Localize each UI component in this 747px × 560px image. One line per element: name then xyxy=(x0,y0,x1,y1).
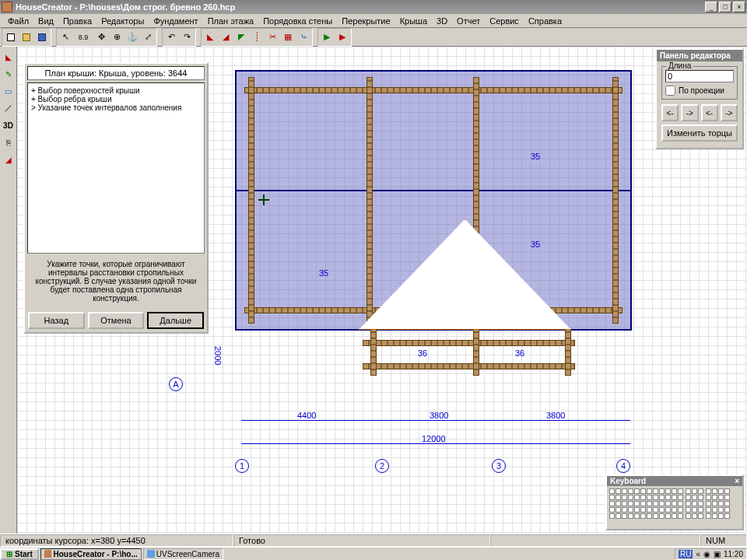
tool-line-icon[interactable]: ／ xyxy=(2,101,16,115)
dim-3800b: 3800 xyxy=(546,411,565,420)
menu-overlap[interactable]: Перекрытие xyxy=(337,16,395,26)
tool-bend-icon[interactable]: ⤷ xyxy=(296,30,311,45)
status-ready: Готово xyxy=(233,534,490,547)
menu-floorplan[interactable]: План этажа xyxy=(203,16,258,26)
anchor-icon[interactable]: ⚓ xyxy=(124,30,140,45)
arrow-right-1[interactable]: -> xyxy=(681,104,698,121)
lang-indicator[interactable]: RU xyxy=(679,550,693,558)
drawing-canvas[interactable]: 35 35 35 36 36 2000 А 4400 3800 3800 120… xyxy=(17,47,747,534)
new-file-button[interactable] xyxy=(3,30,19,45)
measure-icon[interactable]: ⤢ xyxy=(140,30,156,45)
menu-service[interactable]: Сервис xyxy=(485,16,524,26)
left-toolbar: ◣ ✎ ▭ ／ 3D ⎘ ◢ xyxy=(0,47,17,534)
tool-green-icon[interactable]: ◤ xyxy=(233,30,249,45)
close-button[interactable]: × xyxy=(733,2,745,12)
save-file-button[interactable] xyxy=(34,30,50,45)
menu-foundation[interactable]: Фундамент xyxy=(149,16,202,26)
menu-report[interactable]: Отчет xyxy=(452,16,485,26)
maximize-button[interactable]: □ xyxy=(719,2,731,12)
tool-red1-icon[interactable]: ◣ xyxy=(202,30,218,45)
task-hint: Укажите точки, которые ограничивают инте… xyxy=(25,254,207,309)
axis-2: 2 xyxy=(375,459,389,473)
window-title: HouseCreator - P:\houses\Дом строг. брев… xyxy=(16,2,703,12)
status-coords: координаты курсора: x=380 y=4450 xyxy=(0,534,233,547)
tool-cut-icon[interactable]: ✂ xyxy=(265,30,280,45)
uvscreen-icon xyxy=(147,550,155,558)
axis-3: 3 xyxy=(492,459,506,473)
taskbar-app-active[interactable]: HouseCreator - P:\ho... xyxy=(40,548,142,560)
arrow-left-1[interactable]: <- xyxy=(661,104,679,121)
undo-button[interactable]: ↶ xyxy=(163,30,179,45)
keyboard-close-icon[interactable]: × xyxy=(735,477,739,485)
target-icon[interactable]: ⊕ xyxy=(109,30,124,45)
tool-paint-icon[interactable]: ◢ xyxy=(2,152,16,166)
app-icon xyxy=(2,2,12,12)
snap-89-button[interactable]: 8.9 xyxy=(73,30,93,45)
crosshair-cursor xyxy=(258,194,269,205)
dim-3800a: 3800 xyxy=(430,411,448,420)
status-empty xyxy=(490,534,700,547)
dim-35b: 35 xyxy=(531,240,540,249)
tool-copy-icon[interactable]: ⎘ xyxy=(2,135,16,149)
flag-red-icon[interactable]: ▶ xyxy=(335,30,350,45)
tray-icon-2[interactable]: ▣ xyxy=(714,550,721,558)
taskbar-app-2[interactable]: UVScreenCamera xyxy=(143,548,223,560)
minimize-button[interactable]: _ xyxy=(705,2,717,12)
roof-plan[interactable] xyxy=(235,70,632,331)
task-steps: + Выбор поверхностей крыши + Выбор ребра… xyxy=(27,82,205,254)
tool-dash-icon[interactable]: ┊ xyxy=(249,30,265,45)
statusbar: координаты курсора: x=380 y=4450 Готово … xyxy=(0,534,747,547)
projection-label: По проекции xyxy=(679,86,724,95)
dim-35a: 35 xyxy=(531,152,540,161)
arrow-left-2[interactable]: <- xyxy=(701,104,718,121)
tool-3d-button[interactable]: 3D xyxy=(2,118,16,132)
projection-checkbox[interactable] xyxy=(665,86,675,96)
tool-triangle-icon[interactable]: ◣ xyxy=(2,50,16,64)
editor-panel-title: Панель редактора xyxy=(657,50,742,61)
system-tray[interactable]: RU « ◉ ▣ 11:20 xyxy=(675,548,747,560)
status-num: NUM xyxy=(700,534,747,547)
open-file-button[interactable] xyxy=(19,30,34,45)
dim-12000: 12000 xyxy=(422,434,446,443)
roof-gable xyxy=(359,219,571,330)
menu-roof[interactable]: Крыша xyxy=(395,16,432,26)
start-button[interactable]: ⊞ Start xyxy=(0,548,39,560)
dim-35c: 35 xyxy=(319,268,328,278)
length-input[interactable] xyxy=(665,70,734,82)
menu-wallorder[interactable]: Порядовка стены xyxy=(258,16,337,26)
tool-red2-icon[interactable]: ◢ xyxy=(218,30,233,45)
tray-icon-1[interactable]: ◉ xyxy=(703,550,710,558)
snap-arrow-icon[interactable]: ↖ xyxy=(58,30,73,45)
keyboard-main-block[interactable] xyxy=(609,488,683,519)
move-icon[interactable]: ✥ xyxy=(93,30,109,45)
keyboard-numpad-block[interactable] xyxy=(706,488,730,519)
length-label: Длина xyxy=(667,61,693,70)
flag-green-icon[interactable]: ▶ xyxy=(319,30,335,45)
arrow-right-2[interactable]: -> xyxy=(721,104,738,121)
back-button[interactable]: Назад xyxy=(28,312,85,329)
cancel-button[interactable]: Отмена xyxy=(88,312,145,329)
redo-button[interactable]: ↷ xyxy=(179,30,195,45)
dim-36b: 36 xyxy=(515,348,524,358)
tool-pencil-icon[interactable]: ✎ xyxy=(2,67,16,81)
next-button[interactable]: Дальше xyxy=(147,312,204,329)
clock[interactable]: 11:20 xyxy=(724,550,743,558)
task-step-2: + Выбор ребра крыши xyxy=(31,95,201,103)
axis-a: А xyxy=(169,377,183,391)
menu-3d[interactable]: 3D xyxy=(432,16,452,26)
workspace: ◣ ✎ ▭ ／ 3D ⎘ ◢ 35 35 35 36 36 2000 А xyxy=(0,47,747,534)
menu-edit[interactable]: Правка xyxy=(58,16,96,26)
menu-view[interactable]: Вид xyxy=(33,16,58,26)
keyboard-nav-block[interactable] xyxy=(686,488,703,519)
dim-2000: 2000 xyxy=(213,346,223,365)
tool-hatch-icon[interactable]: ▦ xyxy=(280,30,296,45)
change-ends-button[interactable]: Изменить торцы xyxy=(661,124,738,142)
menu-editors[interactable]: Редакторы xyxy=(96,16,149,26)
app-icon-small xyxy=(44,550,52,558)
menu-help[interactable]: Справка xyxy=(524,16,566,26)
onscreen-keyboard[interactable]: Keyboard × xyxy=(605,474,744,530)
tray-arrows[interactable]: « xyxy=(696,550,700,558)
titlebar: HouseCreator - P:\houses\Дом строг. брев… xyxy=(0,0,747,14)
menu-file[interactable]: Файл xyxy=(3,16,33,26)
tool-window-icon[interactable]: ▭ xyxy=(2,84,16,98)
